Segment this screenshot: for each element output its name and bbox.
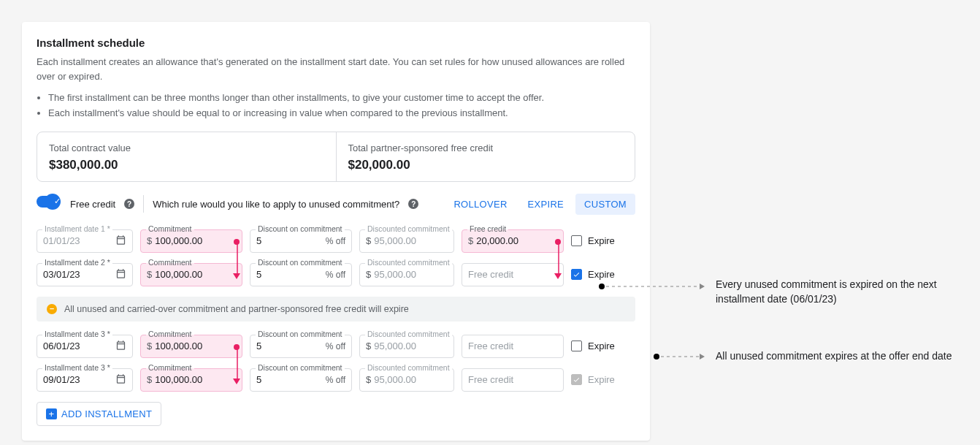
discounted-commitment-field: Discounted commitment $95,000.00 — [359, 229, 454, 253]
help-icon[interactable]: ? — [408, 199, 418, 209]
annotation-text-1: Every unused commitment is expired on th… — [716, 278, 979, 306]
total-credit-cell: Total partner-sponsored free credit $20,… — [337, 132, 635, 181]
expire-checkbox[interactable] — [571, 269, 582, 280]
plus-icon: + — [46, 408, 57, 419]
expire-label: Expire — [588, 374, 615, 385]
commitment-field[interactable]: Commitment $100,000.00 — [140, 229, 242, 253]
rule-row: ✓ Free credit ? Which rule would you lik… — [37, 194, 635, 215]
free-credit-label: Free credit — [70, 199, 115, 210]
expire-checkbox[interactable] — [571, 341, 582, 351]
annotation-dot — [654, 354, 659, 360]
expire-banner: – All unused and carried-over commitment… — [37, 297, 635, 322]
expire-cell: Expire — [571, 368, 615, 392]
total-credit-value: $20,000.00 — [348, 158, 624, 172]
divider — [143, 195, 144, 213]
free-credit-placeholder: Free credit — [468, 269, 513, 280]
calendar-icon[interactable] — [115, 373, 126, 387]
total-credit-label: Total partner-sponsored free credit — [348, 142, 624, 153]
free-credit-field[interactable]: Free credit — [462, 335, 564, 358]
commitment-field[interactable]: Commitment $100,000.00 — [140, 335, 242, 358]
free-credit-placeholder: Free credit — [468, 374, 513, 385]
free-credit-field[interactable]: Free credit — [462, 263, 564, 286]
rollover-button[interactable]: ROLLOVER — [445, 194, 516, 215]
rule-question: Which rule would you like to apply to un… — [153, 199, 399, 210]
installment-card: Installment schedule Each installment cr… — [22, 22, 650, 441]
arrow-right-icon — [700, 284, 705, 289]
free-credit-placeholder: Free credit — [468, 341, 513, 351]
expire-checkbox[interactable] — [571, 235, 582, 246]
discounted-commitment-field: Discounted commitment $95,000.00 — [359, 335, 454, 358]
add-installment-button[interactable]: + ADD INSTALLMENT — [37, 402, 161, 426]
installment-date-field[interactable]: Installment date 3 * 06/01/23 — [37, 335, 133, 358]
discount-field[interactable]: Discount on commitment 5% off — [250, 335, 352, 358]
discounted-commitment-field: Discounted commitment $95,000.00 — [359, 263, 454, 286]
expire-label: Expire — [588, 341, 615, 351]
discount-field[interactable]: Discount on commitment 5% off — [250, 229, 352, 253]
installment-date-field[interactable]: Installment date 3 * 09/01/23 — [37, 368, 133, 392]
calendar-icon[interactable] — [115, 268, 126, 281]
annotation-text-2: All unused commitment expires at the off… — [716, 349, 979, 364]
calendar-icon[interactable] — [115, 235, 126, 248]
summary-box: Total contract value $380,000.00 Total p… — [37, 132, 635, 182]
intro-bullets: The first installment can be three month… — [48, 91, 635, 121]
page-title: Installment schedule — [37, 37, 635, 49]
expire-cell: Expire — [571, 263, 615, 286]
installment-row: Installment date 3 * 09/01/23 Commitment… — [37, 368, 635, 392]
installment-row: Installment date 1 * 01/01/23 Commitment… — [37, 229, 635, 253]
expire-button[interactable]: EXPIRE — [519, 194, 573, 215]
installment-row: Installment date 3 * 06/01/23 Commitment… — [37, 335, 635, 358]
expire-label: Expire — [588, 235, 615, 246]
commitment-field[interactable]: Commitment $100,000.00 — [140, 263, 242, 286]
total-contract-label: Total contract value — [49, 142, 324, 153]
free-credit-field[interactable]: Free credit — [462, 368, 564, 392]
free-credit-field[interactable]: Free credit $20,000.00 — [462, 229, 564, 253]
help-icon[interactable]: ? — [124, 199, 134, 209]
annotation-dot — [599, 284, 605, 289]
expire-cell: Expire — [571, 229, 615, 253]
discount-field[interactable]: Discount on commitment 5% off — [250, 368, 352, 392]
installment-row: Installment date 2 * 03/01/23 Commitment… — [37, 263, 635, 286]
warning-icon: – — [47, 304, 57, 314]
arrow-right-icon — [700, 354, 705, 360]
expire-cell: Expire — [571, 335, 615, 358]
check-icon: ✓ — [54, 197, 61, 206]
discount-field[interactable]: Discount on commitment 5% off — [250, 263, 352, 286]
discounted-commitment-field: Discounted commitment $95,000.00 — [359, 368, 454, 392]
total-contract-value: $380,000.00 — [49, 158, 324, 172]
expire-checkbox — [571, 374, 582, 385]
total-contract-cell: Total contract value $380,000.00 — [37, 132, 337, 181]
installment-date-field[interactable]: Installment date 1 * 01/01/23 — [37, 229, 133, 253]
calendar-icon[interactable] — [115, 340, 126, 353]
custom-button[interactable]: CUSTOM — [575, 194, 635, 215]
commitment-field[interactable]: Commitment $100,000.00 — [140, 368, 242, 392]
intro-text: Each installment creates an allowance th… — [37, 55, 635, 83]
expire-label: Expire — [588, 269, 615, 280]
installment-date-field[interactable]: Installment date 2 * 03/01/23 — [37, 263, 133, 286]
